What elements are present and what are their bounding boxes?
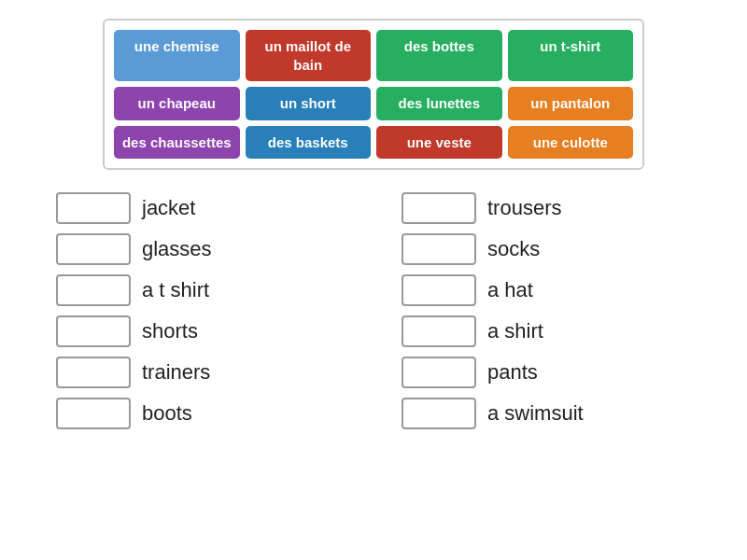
match-label-l1: jacket [142, 196, 195, 220]
answer-box-l5[interactable] [56, 357, 131, 388]
match-row-left-3: shorts [56, 315, 345, 347]
answer-box-r3[interactable] [402, 274, 476, 306]
word-tile-tile-5[interactable]: un chapeau [114, 87, 240, 120]
match-row-right-5: a swimsuit [402, 398, 691, 429]
match-row-right-0: trousers [402, 192, 691, 224]
answer-box-l2[interactable] [56, 233, 131, 265]
word-tile-tile-4[interactable]: un t-shirt [508, 30, 634, 81]
match-area: jackettrousersglassessocksa t shirta hat… [56, 192, 691, 429]
match-label-l3: a t shirt [142, 278, 209, 302]
match-label-l6: boots [142, 401, 192, 426]
answer-box-l6[interactable] [56, 398, 131, 429]
match-row-left-5: boots [56, 398, 345, 429]
word-tile-tile-9[interactable]: des chaussettes [114, 126, 240, 160]
match-row-right-4: pants [402, 357, 691, 388]
answer-box-l3[interactable] [56, 274, 131, 306]
word-tile-tile-12[interactable]: une culotte [508, 126, 634, 160]
match-label-r1: trousers [487, 196, 561, 220]
match-row-right-2: a hat [402, 274, 691, 306]
word-tile-tile-2[interactable]: un maillot de bain [246, 30, 372, 81]
match-row-right-3: a shirt [402, 315, 691, 347]
match-label-l5: trainers [142, 360, 210, 385]
match-row-left-1: glasses [56, 233, 345, 265]
match-label-r4: a shirt [487, 319, 543, 343]
match-label-r3: a hat [487, 278, 533, 302]
word-tile-tile-3[interactable]: des bottes [376, 30, 502, 81]
answer-box-r6[interactable] [402, 398, 476, 429]
match-label-l2: glasses [142, 237, 212, 261]
answer-box-l1[interactable] [56, 192, 131, 224]
word-tile-tile-7[interactable]: des lunettes [376, 87, 502, 120]
answer-box-l4[interactable] [56, 315, 131, 347]
answer-box-r2[interactable] [402, 233, 476, 265]
word-tile-tile-10[interactable]: des baskets [246, 126, 372, 160]
word-tile-tile-6[interactable]: un short [246, 87, 372, 120]
answer-box-r5[interactable] [402, 357, 476, 388]
match-row-left-0: jacket [56, 192, 345, 224]
word-tile-tile-8[interactable]: un pantalon [508, 87, 634, 120]
match-label-l4: shorts [142, 319, 198, 343]
match-label-r2: socks [487, 237, 540, 261]
match-row-left-2: a t shirt [56, 274, 345, 306]
word-tile-tile-1[interactable]: une chemise [114, 30, 240, 81]
match-row-left-4: trainers [56, 357, 345, 388]
word-bank: une chemiseun maillot de baindes bottesu… [103, 19, 644, 170]
match-label-r5: pants [487, 360, 538, 385]
answer-box-r4[interactable] [402, 315, 476, 347]
match-row-right-1: socks [402, 233, 691, 265]
answer-box-r1[interactable] [402, 192, 476, 224]
word-tile-tile-11[interactable]: une veste [376, 126, 502, 160]
match-label-r6: a swimsuit [487, 401, 584, 426]
